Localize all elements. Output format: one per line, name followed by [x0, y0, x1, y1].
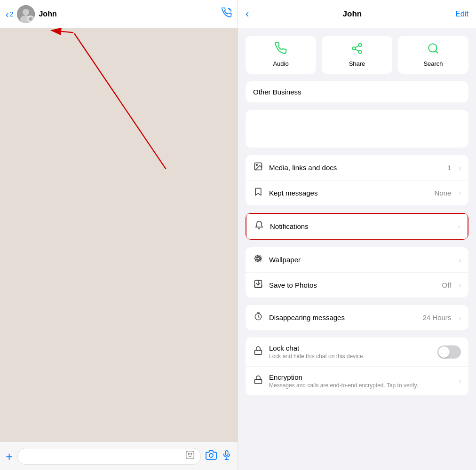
mic-button[interactable] — [222, 450, 232, 462]
kept-messages-item[interactable]: Kept messages None › — [246, 180, 468, 205]
other-business-label: Other Business — [253, 88, 301, 96]
svg-point-25 — [257, 255, 259, 257]
save-photos-chevron: › — [459, 282, 461, 289]
contact-name-left[interactable]: John — [39, 10, 218, 18]
encryption-lock-icon — [253, 375, 263, 387]
notifications-item[interactable]: Notifications › — [246, 213, 468, 240]
media-label: Media, links and docs — [269, 164, 442, 172]
svg-point-10 — [191, 453, 192, 454]
encryption-item[interactable]: Encryption Messages and calls are end-to… — [246, 367, 468, 395]
wallpaper-chevron: › — [459, 256, 461, 264]
empty-card — [246, 110, 468, 148]
disappearing-card: Disappearing messages 24 Hours › — [246, 305, 468, 330]
call-button[interactable] — [222, 8, 232, 20]
share-button[interactable]: Share — [322, 36, 392, 74]
svg-line-21 — [436, 51, 438, 53]
svg-line-6 — [51, 31, 73, 33]
notifications-label: Notifications — [270, 222, 452, 230]
bookmark-icon — [253, 187, 263, 199]
encryption-chevron: › — [459, 377, 461, 385]
lock-chat-text-group: Lock chat Lock and hide this chat on thi… — [269, 344, 432, 360]
lock-icon — [253, 346, 263, 358]
svg-point-27 — [255, 258, 256, 259]
right-header: ‹ John Edit — [238, 0, 476, 28]
svg-rect-37 — [255, 379, 262, 384]
share-label: Share — [349, 60, 365, 67]
wallpaper-item[interactable]: Wallpaper › — [246, 247, 468, 273]
left-header: ‹ 2 John — [0, 0, 238, 28]
media-kept-card: Media, links and docs 1 › Kept messages … — [246, 155, 468, 205]
disappearing-item[interactable]: Disappearing messages 24 Hours › — [246, 305, 468, 330]
save-photos-item[interactable]: Save to Photos Off › — [246, 273, 468, 298]
edit-button[interactable]: Edit — [455, 10, 468, 18]
lock-chat-item[interactable]: Lock chat Lock and hide this chat on thi… — [246, 337, 468, 367]
media-chevron: › — [459, 164, 461, 172]
right-header-title: John — [343, 9, 362, 19]
search-button[interactable]: Search — [398, 36, 468, 74]
other-business-card: Other Business — [246, 81, 468, 102]
message-input[interactable] — [24, 452, 185, 460]
svg-rect-8 — [186, 451, 194, 459]
svg-point-28 — [260, 258, 262, 259]
encryption-label: Encryption — [269, 373, 453, 381]
svg-rect-12 — [225, 451, 228, 455]
camera-button[interactable] — [206, 449, 217, 463]
svg-point-1 — [23, 9, 29, 16]
lock-chat-label: Lock chat — [269, 344, 432, 352]
wallpaper-save-card: Wallpaper › Save to Photos Off › — [246, 247, 468, 298]
svg-point-9 — [188, 453, 190, 454]
avatar[interactable] — [17, 5, 35, 23]
disappearing-value: 24 Hours — [422, 313, 451, 321]
lock-encryption-card: Lock chat Lock and hide this chat on thi… — [246, 337, 468, 395]
svg-rect-36 — [255, 350, 262, 354]
save-photos-label: Save to Photos — [269, 281, 436, 289]
notifications-chevron: › — [458, 223, 460, 230]
svg-point-26 — [257, 260, 259, 262]
kept-messages-label: Kept messages — [269, 189, 428, 197]
save-photos-value: Off — [442, 281, 452, 289]
disappearing-chevron: › — [459, 314, 461, 321]
svg-point-31 — [255, 260, 257, 261]
svg-line-18 — [355, 49, 358, 51]
left-footer: + — [0, 442, 238, 470]
sticker-button[interactable] — [185, 450, 195, 462]
wallpaper-label: Wallpaper — [269, 256, 453, 264]
svg-line-7 — [74, 33, 166, 169]
action-buttons-row: Audio Share Search — [238, 28, 476, 78]
svg-point-24 — [257, 258, 260, 260]
search-label: Search — [423, 60, 443, 67]
encryption-text-group: Encryption Messages and calls are end-to… — [269, 373, 453, 389]
svg-point-32 — [260, 260, 261, 261]
search-icon — [427, 42, 439, 57]
svg-point-11 — [209, 454, 213, 457]
download-icon — [253, 279, 263, 291]
bell-icon — [254, 220, 264, 232]
lock-chat-toggle[interactable] — [437, 345, 461, 359]
lock-chat-sublabel: Lock and hide this chat on this device. — [269, 353, 432, 360]
kept-chevron: › — [459, 189, 461, 197]
attachment-button[interactable]: + — [6, 450, 13, 462]
svg-line-19 — [355, 46, 358, 47]
audio-button[interactable]: Audio — [246, 36, 316, 74]
message-input-wrapper — [17, 448, 201, 465]
svg-point-30 — [260, 256, 261, 257]
svg-point-23 — [256, 164, 258, 166]
phone-icon — [275, 42, 287, 57]
right-panel: ‹ John Edit Audio Share — [238, 0, 476, 470]
timer-icon — [253, 312, 263, 323]
kept-messages-value: None — [434, 189, 451, 197]
image-icon — [253, 162, 263, 173]
flower-icon — [253, 254, 263, 266]
avatar-image — [17, 5, 35, 23]
media-item[interactable]: Media, links and docs 1 › — [246, 155, 468, 180]
right-back-button[interactable]: ‹ — [246, 8, 249, 20]
left-panel: ‹ 2 John — [0, 0, 238, 470]
back-button[interactable]: ‹ 2 — [6, 9, 13, 19]
annotation-arrow — [0, 28, 238, 442]
chat-area — [0, 28, 238, 442]
back-chevron-icon: ‹ — [6, 9, 9, 19]
media-value: 1 — [447, 164, 451, 172]
encryption-sublabel: Messages and calls are end-to-end encryp… — [269, 382, 453, 389]
unread-badge: 2 — [10, 10, 14, 18]
share-icon — [351, 42, 363, 57]
